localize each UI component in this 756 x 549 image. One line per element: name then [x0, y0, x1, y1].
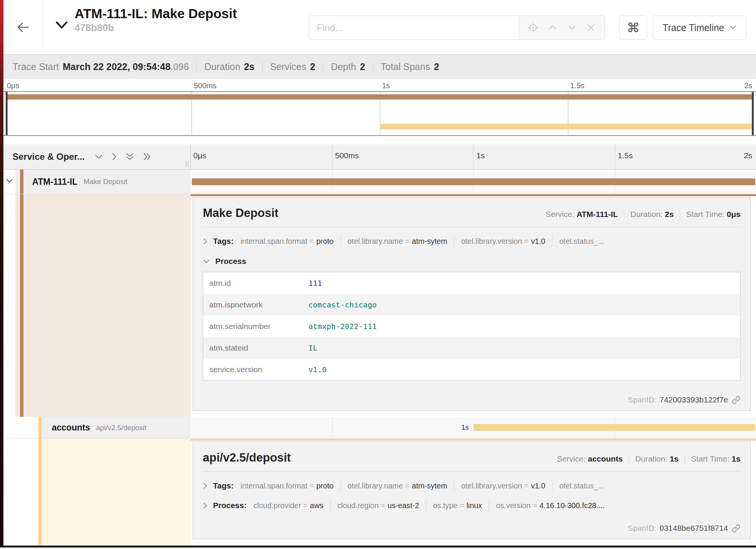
tag-item: internal.span.format=proto	[240, 237, 333, 246]
process-value: v1.0	[308, 359, 740, 381]
span-detail-title: api/v2.5/deposit	[203, 451, 291, 465]
separator	[330, 500, 331, 511]
copy-link-icon[interactable]	[732, 524, 740, 533]
minimap-left-handle[interactable]	[6, 92, 8, 135]
ruler-tick-0: 0μs	[193, 151, 206, 160]
tag-item-truncated: otel.status_...	[559, 237, 604, 246]
span-row-atm[interactable]: ATM-111-IL Make Deposit	[3, 170, 756, 194]
meta-service: Service: ATM-111-IL	[540, 210, 624, 219]
span-detail-card-accounts: api/v2.5/deposit Service: accounts Durat…	[193, 441, 751, 539]
process-label: Process:	[213, 501, 247, 510]
collapse-trace-chevron-icon[interactable]	[56, 21, 68, 34]
chevron-right-icon	[203, 238, 208, 245]
view-selector-button[interactable]: Trace Timeline	[653, 16, 746, 40]
services-stat: Services2	[262, 62, 323, 72]
process-item: os.version=4.16.10-300.fc28....	[496, 501, 605, 510]
process-key: atm.serialnumber	[203, 315, 309, 337]
keyboard-shortcuts-button[interactable]: ⌘	[619, 16, 647, 40]
window-edge-strip	[0, 0, 3, 547]
span-accent-bar	[191, 194, 756, 196]
trace-minimap[interactable]	[3, 91, 756, 136]
indent-spacer	[16, 417, 38, 438]
copy-link-icon[interactable]	[732, 396, 740, 404]
next-match-icon[interactable]	[567, 22, 577, 33]
process-key: atm.ispnetwork	[203, 294, 309, 315]
prev-match-icon[interactable]	[547, 22, 558, 33]
ruler-tick-line	[615, 144, 615, 169]
ruler-tick-2: 1s	[476, 151, 485, 160]
collapse-one-icon[interactable]	[95, 154, 103, 160]
column-header-title: Service & Oper...	[12, 151, 85, 162]
trace-header: ATM-111-IL: Make Deposit 478b80b	[3, 0, 756, 54]
span-collapse-caret[interactable]	[3, 170, 16, 194]
span-id-value: 03148be6751f8714	[660, 524, 728, 533]
process-label: Process	[215, 257, 246, 266]
view-selector-label: Trace Timeline	[663, 22, 724, 33]
service-color-strip	[38, 417, 42, 438]
span-detail-meta: Service: accounts Duration: 1s Start Tim…	[551, 454, 740, 463]
span-detail-card-atm: Make Deposit Service: ATM-111-IL Duratio…	[193, 197, 751, 411]
back-button[interactable]	[3, 0, 43, 54]
ruler-tick-4: 2s	[744, 151, 752, 160]
divider	[203, 471, 740, 472]
process-section-header[interactable]: Process	[203, 257, 740, 266]
timeline-gridline	[332, 417, 333, 438]
meta-duration: Duration: 2s	[624, 210, 680, 219]
find-input[interactable]	[309, 16, 519, 40]
service-color-strip	[20, 194, 23, 417]
process-value: 111	[308, 272, 740, 294]
clear-find-icon[interactable]	[586, 23, 596, 33]
minimap-right-handle[interactable]	[752, 92, 754, 135]
span-bar-atm[interactable]	[192, 178, 755, 185]
separator	[426, 500, 426, 511]
chevron-right-icon	[203, 482, 208, 490]
span-id-value: 742003393b122f7e	[660, 395, 728, 404]
trace-id: 478b80b	[75, 22, 237, 34]
span-name-cell-atm[interactable]: ATM-111-IL Make Deposit	[16, 170, 191, 194]
span-timeline-cell-atm[interactable]	[191, 170, 756, 194]
meta-start-time: Start Time: 0μs	[680, 210, 740, 219]
column-resize-grip[interactable]	[186, 161, 188, 167]
span-bar-accounts[interactable]	[473, 424, 755, 431]
tags-row[interactable]: Tags: internal.span.format=proto otel.li…	[203, 236, 740, 247]
service-color-strip	[20, 170, 23, 194]
expand-one-icon[interactable]	[111, 153, 117, 161]
tag-item: otel.library.name=atm-sytem	[348, 482, 447, 490]
span-timeline-cell-accounts[interactable]: 1s	[191, 417, 756, 438]
expand-all-icon[interactable]	[143, 153, 152, 161]
divider	[203, 227, 740, 227]
focus-match-icon[interactable]	[528, 22, 538, 33]
separator	[552, 480, 552, 491]
spacer	[3, 136, 756, 144]
process-row[interactable]: Process: cloud.provider=aws cloud.region…	[203, 500, 740, 511]
span-name-cell-accounts[interactable]: accounts api/v2.5/deposit	[38, 417, 191, 438]
process-item: cloud.provider=aws	[254, 501, 324, 510]
indent-spacer	[16, 439, 38, 545]
span-detail-left-atm	[3, 194, 191, 417]
span-detail-meta: Service: ATM-111-IL Duration: 2s Start T…	[540, 210, 740, 219]
process-key: atm.stateid	[203, 337, 309, 359]
tag-item: internal.span.format=proto	[240, 482, 333, 490]
tag-item-truncated: otel.status_...	[559, 482, 604, 490]
timeline-header: Service & Oper... 0μs	[3, 144, 756, 170]
chevron-right-icon	[203, 502, 208, 509]
tag-item: otel.library.name=atm-sytem	[348, 237, 447, 246]
process-table: atm.id 111 atm.ispnetwork comcast-chicag…	[203, 272, 740, 381]
separator	[454, 480, 454, 491]
span-row-accounts[interactable]: accounts api/v2.5/deposit 1s	[3, 417, 756, 439]
service-color-strip	[38, 439, 42, 545]
span-detail-panel-accounts: api/v2.5/deposit Service: accounts Durat…	[191, 439, 756, 545]
process-value: comcast-chicago	[308, 294, 740, 315]
minimap-tick-0: 0μs	[7, 81, 19, 90]
tags-row[interactable]: Tags: internal.span.format=proto otel.li…	[203, 480, 740, 491]
separator	[341, 236, 341, 247]
window-bottom-edge	[0, 546, 756, 547]
tags-label: Tags:	[213, 237, 233, 246]
collapse-all-icon[interactable]	[125, 153, 134, 161]
caret-column	[3, 439, 16, 545]
service-operation-column-header: Service & Oper...	[3, 144, 191, 169]
span-id-label: SpanID:	[628, 395, 656, 404]
ruler-tick-1: 500ms	[335, 151, 359, 160]
back-arrow-icon	[16, 22, 30, 33]
separator	[454, 236, 454, 247]
